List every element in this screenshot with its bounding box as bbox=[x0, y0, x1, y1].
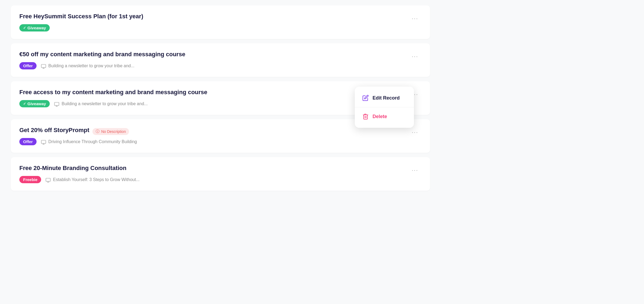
item-3-badge[interactable]: Giveaway bbox=[19, 100, 50, 107]
item-4-description: Driving Influence Through Community Buil… bbox=[41, 139, 137, 144]
no-description-label: No Description bbox=[101, 129, 126, 134]
item-2-badge[interactable]: Offer bbox=[19, 62, 37, 69]
no-description-badge: ⓘ No Description bbox=[92, 128, 129, 135]
item-1-title: Free HeySummit Success Plan (for 1st yea… bbox=[19, 13, 143, 20]
item-3-content: Free access to my content marketing and … bbox=[19, 89, 409, 107]
list-item-1: Free HeySummit Success Plan (for 1st yea… bbox=[11, 5, 430, 39]
item-4-title: Get 20% off StoryPrompt bbox=[19, 127, 89, 134]
list-item-2: €50 off my content marketing and brand m… bbox=[11, 43, 430, 77]
item-4-content: Get 20% off StoryPrompt ⓘ No Description… bbox=[19, 127, 409, 145]
item-3-title: Free access to my content marketing and … bbox=[19, 89, 207, 96]
item-3-meta: Giveaway Building a newsletter to grow y… bbox=[19, 100, 409, 107]
svg-rect-3 bbox=[55, 102, 59, 105]
item-5-title-row: Free 20-Minute Branding Consultation bbox=[19, 165, 409, 174]
monitor-icon-4 bbox=[41, 140, 46, 144]
context-menu-divider bbox=[355, 107, 414, 107]
delete-icon bbox=[362, 113, 369, 120]
item-5-more-button[interactable]: ··· bbox=[409, 165, 421, 176]
item-5-badge[interactable]: Freebie bbox=[19, 176, 41, 183]
item-5-content: Free 20-Minute Branding Consultation Fre… bbox=[19, 165, 409, 183]
item-1-more-button[interactable]: ··· bbox=[409, 13, 421, 24]
item-3-title-row: Free access to my content marketing and … bbox=[19, 89, 409, 98]
item-2-content: €50 off my content marketing and brand m… bbox=[19, 51, 409, 69]
item-4-title-row: Get 20% off StoryPrompt ⓘ No Description bbox=[19, 127, 409, 136]
item-4-badge[interactable]: Offer bbox=[19, 138, 37, 145]
item-1-meta: Giveaway bbox=[19, 24, 409, 31]
item-2-title-row: €50 off my content marketing and brand m… bbox=[19, 51, 409, 61]
item-2-title: €50 off my content marketing and brand m… bbox=[19, 51, 185, 58]
item-2-more-button[interactable]: ··· bbox=[409, 51, 421, 62]
item-2-meta: Offer Building a newsletter to grow your… bbox=[19, 62, 409, 69]
item-5-description: Establish Yourself: 3 Steps to Grow With… bbox=[45, 177, 139, 182]
item-1-badge[interactable]: Giveaway bbox=[19, 24, 50, 31]
monitor-icon-2 bbox=[41, 64, 46, 68]
item-4-meta: Offer Driving Influence Through Communit… bbox=[19, 138, 409, 145]
item-5-meta: Freebie Establish Yourself: 3 Steps to G… bbox=[19, 176, 409, 183]
monitor-icon-3 bbox=[54, 102, 59, 106]
list-item-3: Free access to my content marketing and … bbox=[11, 81, 430, 115]
delete-label: Delete bbox=[373, 114, 387, 119]
edit-record-button[interactable]: Edit Record bbox=[355, 90, 414, 106]
item-1-title-row: Free HeySummit Success Plan (for 1st yea… bbox=[19, 13, 409, 23]
svg-rect-0 bbox=[41, 64, 46, 68]
no-description-icon: ⓘ bbox=[96, 129, 99, 134]
edit-record-label: Edit Record bbox=[373, 95, 400, 101]
list-item-5: Free 20-Minute Branding Consultation Fre… bbox=[11, 157, 430, 191]
context-menu: Edit Record Delete bbox=[355, 87, 414, 128]
item-4-more-button[interactable]: ··· bbox=[409, 127, 421, 138]
monitor-icon-5 bbox=[45, 178, 51, 182]
edit-icon bbox=[362, 95, 369, 101]
item-3-description: Building a newsletter to grow your tribe… bbox=[54, 101, 148, 106]
item-1-content: Free HeySummit Success Plan (for 1st yea… bbox=[19, 13, 409, 31]
svg-rect-11 bbox=[46, 178, 51, 181]
delete-button[interactable]: Delete bbox=[355, 108, 414, 125]
svg-rect-8 bbox=[41, 140, 46, 143]
item-2-description: Building a newsletter to grow your tribe… bbox=[41, 63, 134, 68]
item-5-title: Free 20-Minute Branding Consultation bbox=[19, 165, 126, 172]
